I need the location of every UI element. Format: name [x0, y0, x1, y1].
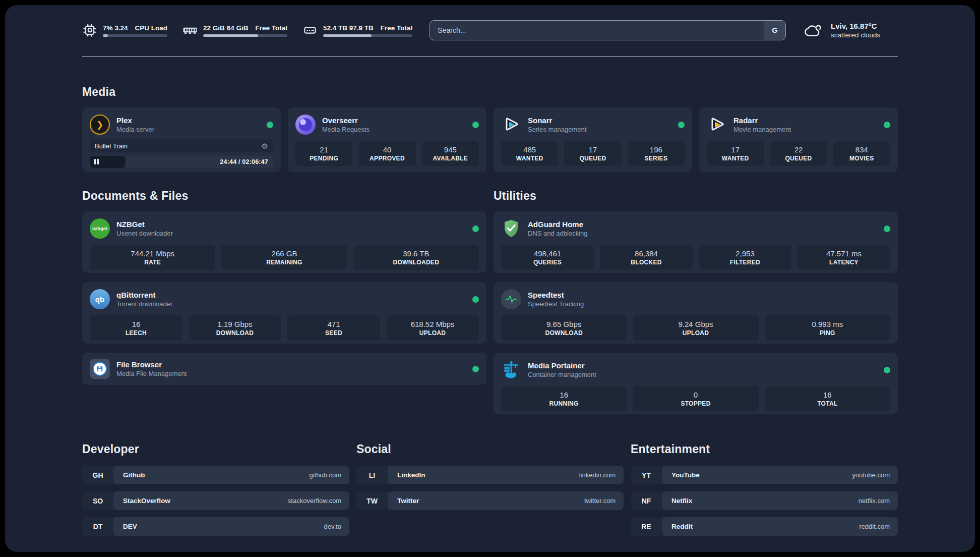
speedtest-card[interactable]: Speedtest Speedtest Tracking 9.65 Gbps D…	[494, 282, 898, 344]
link-name: Netflix	[671, 497, 692, 505]
status-dot	[884, 367, 890, 373]
cpu-usage: 7%	[103, 24, 113, 32]
file-browser-icon	[90, 359, 110, 379]
dashboard: 7% 3.24 CPU Load	[5, 5, 975, 552]
stat-total: 16 TOTAL	[765, 386, 890, 411]
stat-download: 1.19 Gbps DOWNLOAD	[189, 315, 281, 341]
weather-widget: Lviv, 16.87°C scattered clouds	[803, 22, 898, 39]
sonarr-card[interactable]: Sonarr Series management 485 WANTED 17 Q…	[494, 107, 692, 172]
link-netflix[interactable]: NF Netflix netflix.com	[631, 491, 898, 510]
section-documents: Documents & Files nzbget NZBGet Usenet d…	[82, 189, 486, 414]
search-input[interactable]	[430, 21, 764, 40]
link-url: youtube.com	[852, 471, 890, 479]
weather-condition: scattered clouds	[831, 31, 880, 39]
link-url: netflix.com	[859, 497, 890, 505]
status-dot	[472, 366, 479, 372]
app-description: Torrent downloader	[116, 300, 172, 308]
cloud-icon	[803, 22, 824, 38]
now-playing-title: Bullet Train	[95, 142, 128, 150]
overseerr-icon	[295, 115, 316, 135]
app-name: qBittorrent	[116, 291, 172, 299]
section-utilities: Utilities	[494, 189, 898, 414]
portainer-icon	[501, 360, 521, 380]
radarr-card[interactable]: Radarr Movie management 17 WANTED 22 QUE…	[699, 107, 898, 172]
link-abbr: GH	[82, 471, 113, 479]
section-developer: Developer GH Github github.com SO StackO…	[82, 442, 349, 536]
stat-upload: 9.24 Gbps UPLOAD	[633, 315, 758, 341]
search-bar: G	[430, 20, 786, 40]
app-description: Media File Management	[116, 370, 187, 377]
link-youtube[interactable]: YT YouTube youtube.com	[631, 466, 898, 484]
link-stackoverflow[interactable]: SO StackOverflow stackoverflow.com	[82, 491, 349, 510]
stat-series: 196 SERIES	[628, 141, 685, 166]
app-name: NZBGet	[116, 220, 173, 229]
qbittorrent-icon: qb	[90, 289, 110, 309]
memory-free-value: 22 GiB	[203, 24, 225, 32]
section-title-entertainment: Entertainment	[631, 442, 898, 456]
link-name: Github	[123, 471, 145, 479]
link-url: github.com	[309, 471, 341, 479]
floppy-icon	[96, 365, 103, 372]
app-description: Container management	[528, 371, 596, 378]
link-abbr: SO	[82, 497, 113, 505]
link-linkedin[interactable]: LI LinkedIn linkedin.com	[356, 466, 624, 484]
status-dot	[472, 296, 479, 303]
gear-icon[interactable]: ⚙	[262, 142, 268, 150]
status-dot	[678, 122, 685, 128]
link-dev[interactable]: DT DEV dev.to	[82, 517, 349, 536]
qbittorrent-card[interactable]: qb qBittorrent Torrent downloader 16 LEE…	[82, 282, 486, 344]
memory-stat: 22 GiB 64 GiB Free Total	[182, 24, 287, 37]
stat-queries: 498,461 QUERIES	[501, 245, 594, 270]
link-github[interactable]: GH Github github.com	[82, 466, 349, 484]
stat-filtered: 2,953 FILTERED	[699, 245, 791, 270]
cpu-load-value: 3.24	[114, 24, 128, 32]
link-twitter[interactable]: TW Twitter twitter.com	[356, 491, 624, 510]
link-url: dev.to	[324, 523, 341, 530]
plex-now-playing: Bullet Train ⚙ 24:44 / 02:06:47	[90, 139, 273, 168]
file-browser-card[interactable]: File Browser Media File Management	[82, 353, 486, 385]
app-name: Speedtest	[528, 291, 584, 299]
app-description: Movie management	[733, 126, 791, 133]
link-name: LinkedIn	[397, 471, 425, 479]
memory-icon	[182, 24, 198, 36]
search-engine-button[interactable]: G	[764, 21, 785, 40]
weather-location-temp: Lviv, 16.87°C	[831, 22, 880, 30]
adguard-home-card[interactable]: AdGuard Home DNS and adblocking 498,461 …	[494, 211, 898, 273]
top-bar: 7% 3.24 CPU Load	[82, 16, 898, 44]
adguard-icon	[501, 218, 521, 239]
app-description: Speedtest Tracking	[528, 300, 584, 308]
stat-remaining: 266 GB REMAINING	[221, 245, 347, 270]
pause-icon[interactable]	[94, 157, 100, 166]
stat-wanted: 485 WANTED	[501, 141, 558, 166]
cpu-progress-bar	[103, 34, 167, 37]
section-title-utilities: Utilities	[494, 189, 898, 203]
memory-total-label: Total	[272, 24, 287, 32]
link-reddit[interactable]: RE Reddit reddit.com	[631, 517, 898, 536]
link-abbr: RE	[631, 523, 662, 531]
status-dot	[884, 226, 890, 232]
status-dot	[884, 122, 890, 128]
cpu-load-label: Load	[151, 24, 167, 32]
disk-icon	[302, 23, 318, 38]
link-name: Reddit	[671, 523, 693, 530]
link-url: reddit.com	[859, 523, 890, 530]
stat-queued: 22 QUEUED	[770, 141, 827, 166]
playback-progress-bar: 24:44 / 02:06:47	[90, 156, 273, 168]
nzbget-card[interactable]: nzbget NZBGet Usenet downloader 744.21 M…	[82, 211, 486, 273]
link-name: YouTube	[671, 471, 700, 479]
plex-icon: ❯	[90, 115, 110, 135]
portainer-card[interactable]: Media Portainer Container management 16 …	[494, 353, 898, 414]
stat-approved: 40 APPROVED	[358, 141, 415, 166]
stat-latency: 47.571 ms LATENCY	[798, 245, 890, 270]
stat-downloaded: 39.6 TB DOWNLOADED	[353, 245, 479, 270]
app-name: Sonarr	[528, 116, 586, 125]
app-name: AdGuard Home	[528, 220, 588, 229]
overseerr-card[interactable]: Overseerr Media Requests 21 PENDING 40 A…	[288, 107, 486, 172]
link-name: StackOverflow	[123, 497, 170, 505]
sonarr-icon	[501, 115, 521, 135]
plex-card[interactable]: ❯ Plex Media server Bullet Train ⚙	[82, 107, 281, 172]
section-title-media: Media	[82, 85, 898, 99]
section-title-documents: Documents & Files	[82, 189, 486, 203]
link-url: twitter.com	[584, 497, 616, 505]
cpu-stat: 7% 3.24 CPU Load	[82, 23, 167, 38]
